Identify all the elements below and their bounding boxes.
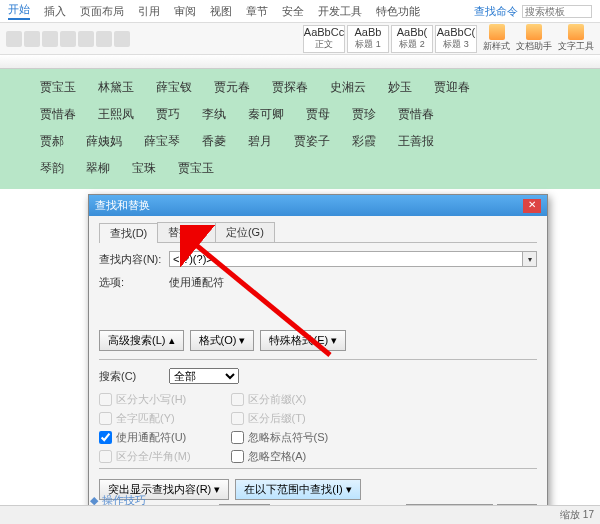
tab-find[interactable]: 查找(D) xyxy=(99,223,158,243)
tab-goto[interactable]: 定位(G) xyxy=(215,222,275,242)
name-cell: 薛宝琴 xyxy=(144,133,180,150)
check-suffix: 区分后缀(T) xyxy=(231,411,329,426)
style-h2[interactable]: AaBb(标题 2 xyxy=(391,25,433,53)
style-h1[interactable]: AaBb标题 1 xyxy=(347,25,389,53)
name-cell: 李纨 xyxy=(202,106,226,123)
tab-insert[interactable]: 插入 xyxy=(44,4,66,19)
name-cell: 贾迎春 xyxy=(434,79,470,96)
document-page: 贾宝玉林黛玉薛宝钗贾元春贾探春史湘云妙玉贾迎春贾惜春王熙凤贾巧李纨秦可卿贾母贾珍… xyxy=(0,69,600,189)
check-prefix: 区分前缀(X) xyxy=(231,392,329,407)
name-cell: 贾探春 xyxy=(272,79,308,96)
tab-layout[interactable]: 页面布局 xyxy=(80,4,124,19)
name-cell: 林黛玉 xyxy=(98,79,134,96)
name-cell: 贾郝 xyxy=(40,133,64,150)
check-case: 区分大小写(H) xyxy=(99,392,191,407)
name-cell: 彩霞 xyxy=(352,133,376,150)
scope-label: 搜索(C) xyxy=(99,369,169,384)
toolbar: AaBbCc正文 AaBb标题 1 AaBb(标题 2 AaBbC(标题 3 新… xyxy=(0,23,600,55)
options-label: 选项: xyxy=(99,275,169,290)
name-cell: 贾姿子 xyxy=(294,133,330,150)
toolbar-icon[interactable] xyxy=(6,31,22,47)
toolbar-icon[interactable] xyxy=(24,31,40,47)
style-normal[interactable]: AaBbCc正文 xyxy=(303,25,345,53)
name-cell: 贾惜春 xyxy=(398,106,434,123)
name-cell: 王善报 xyxy=(398,133,434,150)
name-cell: 王熙凤 xyxy=(98,106,134,123)
tab-dev[interactable]: 开发工具 xyxy=(318,4,362,19)
name-cell: 宝珠 xyxy=(132,160,156,177)
options-value: 使用通配符 xyxy=(169,275,224,290)
find-input[interactable] xyxy=(169,251,523,267)
name-cell: 贾宝玉 xyxy=(40,79,76,96)
name-cell: 史湘云 xyxy=(330,79,366,96)
toolbar-icon[interactable] xyxy=(114,31,130,47)
tab-reference[interactable]: 引用 xyxy=(138,4,160,19)
tab-replace[interactable]: 替换(P) xyxy=(157,222,216,242)
name-cell: 贾母 xyxy=(306,106,330,123)
name-cell: 贾巧 xyxy=(156,106,180,123)
find-dropdown-icon[interactable]: ▾ xyxy=(523,251,537,267)
status-bar: 缩放 17 xyxy=(0,505,600,524)
name-cell: 香菱 xyxy=(202,133,226,150)
check-whole-word: 全字匹配(Y) xyxy=(99,411,191,426)
tab-review[interactable]: 审阅 xyxy=(174,4,196,19)
find-replace-dialog: 查找和替换 ✕ 查找(D) 替换(P) 定位(G) 查找内容(N): ▾ 选项:… xyxy=(88,194,548,524)
find-label: 查找内容(N): xyxy=(99,252,169,267)
close-icon[interactable]: ✕ xyxy=(523,199,541,213)
tab-security[interactable]: 安全 xyxy=(282,4,304,19)
zoom-label: 缩放 17 xyxy=(560,508,594,522)
name-cell: 秦可卿 xyxy=(248,106,284,123)
dialog-title: 查找和替换 xyxy=(95,198,150,213)
in-range-button[interactable]: 在以下范围中查找(I) ▾ xyxy=(235,479,360,500)
tab-view[interactable]: 视图 xyxy=(210,4,232,19)
name-cell: 妙玉 xyxy=(388,79,412,96)
tab-feature[interactable]: 特色功能 xyxy=(376,4,420,19)
name-cell: 琴韵 xyxy=(40,160,64,177)
name-cell: 薛宝钗 xyxy=(156,79,192,96)
new-style-button[interactable]: 新样式 xyxy=(483,24,510,53)
doc-assistant-button[interactable]: 文档助手 xyxy=(516,24,552,53)
dialog-titlebar[interactable]: 查找和替换 ✕ xyxy=(89,195,547,216)
name-cell: 薛姨妈 xyxy=(86,133,122,150)
check-ignore-punct[interactable]: 忽略标点符号(S) xyxy=(231,430,329,445)
check-width: 区分全/半角(M) xyxy=(99,449,191,464)
name-cell: 贾元春 xyxy=(214,79,250,96)
tab-chapter[interactable]: 章节 xyxy=(246,4,268,19)
name-cell: 翠柳 xyxy=(86,160,110,177)
find-cmd-link[interactable]: 查找命令 xyxy=(474,4,518,19)
name-cell: 碧月 xyxy=(248,133,272,150)
text-tools-button[interactable]: 文字工具 xyxy=(558,24,594,53)
special-button[interactable]: 特殊格式(E) ▾ xyxy=(260,330,346,351)
name-cell: 贾惜春 xyxy=(40,106,76,123)
toolbar-icon[interactable] xyxy=(42,31,58,47)
style-h3[interactable]: AaBbC(标题 3 xyxy=(435,25,477,53)
ribbon-tabs: 开始 插入 页面布局 引用 审阅 视图 章节 安全 开发工具 特色功能 查找命令 xyxy=(0,0,600,23)
toolbar-icon[interactable] xyxy=(60,31,76,47)
scope-select[interactable]: 全部 xyxy=(169,368,239,384)
tab-start[interactable]: 开始 xyxy=(8,2,30,20)
advanced-search-button[interactable]: 高级搜索(L) ▴ xyxy=(99,330,184,351)
style-gallery: AaBbCc正文 AaBb标题 1 AaBb(标题 2 AaBbC(标题 3 xyxy=(303,25,477,53)
search-input[interactable] xyxy=(522,5,592,18)
toolbar-icon[interactable] xyxy=(96,31,112,47)
format-button[interactable]: 格式(O) ▾ xyxy=(190,330,255,351)
name-cell: 贾宝玉 xyxy=(178,160,214,177)
ruler xyxy=(0,55,600,69)
name-cell: 贾珍 xyxy=(352,106,376,123)
toolbar-icon[interactable] xyxy=(78,31,94,47)
check-wildcard[interactable]: 使用通配符(U) xyxy=(99,430,191,445)
check-ignore-space[interactable]: 忽略空格(A) xyxy=(231,449,329,464)
